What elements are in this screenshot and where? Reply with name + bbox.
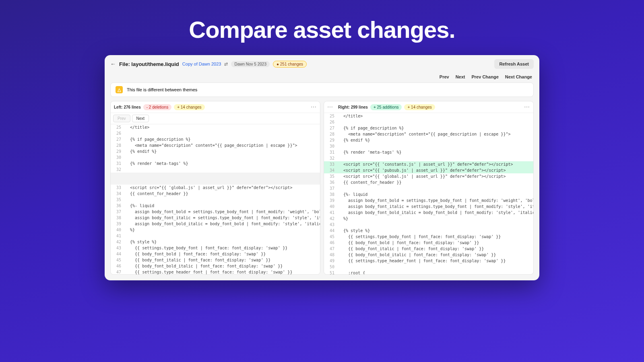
- warning-icon: △: [116, 86, 123, 93]
- code-line: [111, 179, 320, 185]
- code-line: 42 {% style %}: [111, 239, 320, 245]
- code-line: 32: [324, 155, 533, 161]
- right-code[interactable]: 25 </title>2627 {% if page_description %…: [324, 113, 533, 274]
- left-menu-icon[interactable]: ⋯: [311, 104, 317, 110]
- code-line: 25 </title>: [324, 113, 533, 119]
- code-line: 41 assign body_font_bold_italic = body_f…: [324, 210, 533, 216]
- code-line: 26: [111, 130, 320, 136]
- code-line: 31 {% render 'meta-tags' %}: [111, 160, 320, 167]
- code-line: 34 <script src="{{ 'pubsub.js' | asset_u…: [324, 167, 533, 173]
- code-line: 29 {% endif %}: [324, 137, 533, 143]
- code-line: 33 <script src="{{ 'global.js' | asset_u…: [111, 185, 320, 191]
- code-line: 37 assign body_font_bold = settings.type…: [111, 209, 320, 215]
- code-line: 27 {% if page_description %}: [324, 125, 533, 131]
- code-line: 43 {{ settings.type_body_font | font_fac…: [111, 245, 320, 251]
- hero-heading: Compare asset changes.: [0, 0, 644, 55]
- code-line: 36 {{ content_for_header }}: [324, 179, 533, 185]
- nav-next-change[interactable]: Next Change: [505, 74, 532, 79]
- code-line: 47 {{ body_font_italic | font_face: font…: [324, 246, 533, 252]
- code-line: 40 assign body_font_italic = settings.ty…: [324, 204, 533, 210]
- code-line: 38 assign body_font_italic = settings.ty…: [111, 215, 320, 221]
- code-line: 28 <meta name="description" content="{{ …: [324, 131, 533, 137]
- code-line: 50: [324, 264, 533, 270]
- code-line: 42 %}: [324, 216, 533, 222]
- right-title: Right: 299 lines: [338, 105, 368, 109]
- left-pane: Left: 276 lines - 2 deletions + 14 chang…: [110, 101, 320, 275]
- code-line: 51 :root {: [324, 270, 533, 274]
- right-pane: ⋯ Right: 299 lines + 25 additions + 14 c…: [324, 101, 534, 275]
- right-changes-badge: + 14 changes: [404, 104, 435, 110]
- code-line: 46 {{ body_font_bold_italic | font_face:…: [111, 263, 320, 269]
- code-line: 44 {{ body_font_bold | font_face: font_d…: [111, 251, 320, 257]
- diff-panes: Left: 276 lines - 2 deletions + 14 chang…: [110, 101, 534, 275]
- code-line: 30: [324, 143, 533, 149]
- refresh-asset-button[interactable]: Refresh Asset: [494, 59, 534, 69]
- code-line: 35 <script src="{{ 'global.js' | asset_u…: [324, 173, 533, 179]
- diff-alert: △ This file is different between themes: [110, 82, 534, 97]
- left-next-button[interactable]: Next: [132, 115, 149, 122]
- theme-b-pill: Dawn Nov 5 2023: [231, 61, 270, 67]
- code-line: 45 {{ settings.type_body_font | font_fac…: [324, 234, 533, 240]
- right-menu-left-icon[interactable]: ⋯: [327, 104, 333, 110]
- code-line: 34 {{ content_for_header }}: [111, 191, 320, 197]
- code-line: 33 <script src="{{ 'constants.js' | asse…: [324, 161, 533, 167]
- code-line: 49 {{ settings.type_header_font | font_f…: [324, 258, 533, 264]
- code-line: 46 {{ body_font_bold | font_face: font_d…: [324, 240, 533, 246]
- file-label: File: layout/theme.liquid: [119, 61, 179, 67]
- nav-prev-change[interactable]: Prev Change: [472, 74, 499, 79]
- left-prev-button[interactable]: Prev: [113, 115, 130, 122]
- code-line: 41: [111, 233, 320, 239]
- code-line: 36 {%- liquid: [111, 203, 320, 209]
- code-line: 39 assign body_font_bold = settings.type…: [324, 197, 533, 204]
- left-deletions-badge: - 2 deletions: [143, 104, 171, 110]
- code-line: 29 {% endif %}: [111, 148, 320, 154]
- code-line: 39 assign body_font_bold_italic = body_f…: [111, 221, 320, 227]
- code-line: 47 {{ settings.type_header_font | font_f…: [111, 269, 320, 274]
- left-code[interactable]: 25 </title>2627 {% if page_description %…: [111, 124, 320, 274]
- code-line: 28 <meta name="description" content="{{ …: [111, 142, 320, 148]
- code-line: 38 {%- liquid: [324, 191, 533, 197]
- left-title: Left: 276 lines: [114, 105, 141, 109]
- topbar: ← File: layout/theme.liquid Copy of Dawn…: [105, 55, 539, 73]
- code-line: 32: [111, 167, 320, 173]
- back-arrow-icon[interactable]: ←: [110, 61, 116, 67]
- code-line: 35: [111, 197, 320, 203]
- code-line: 31 {% render 'meta-tags' %}: [324, 149, 533, 155]
- code-line: 48 {{ body_font_bold_italic | font_face:…: [324, 252, 533, 258]
- right-menu-icon[interactable]: ⋯: [524, 104, 530, 110]
- nav-prev[interactable]: Prev: [440, 74, 449, 79]
- theme-a-link[interactable]: Copy of Dawn 2023: [182, 62, 221, 66]
- code-line: 26: [324, 119, 533, 125]
- code-line: 37: [324, 185, 533, 191]
- nav-row: Prev Next Prev Change Next Change: [105, 73, 539, 82]
- code-line: 25 </title>: [111, 124, 320, 130]
- code-line: 44 {% style %}: [324, 228, 533, 234]
- right-additions-badge: + 25 additions: [370, 104, 402, 110]
- app-window: ← File: layout/theme.liquid Copy of Dawn…: [105, 55, 539, 280]
- code-line: 27 {% if page_description %}: [111, 136, 320, 142]
- code-line: 43: [324, 222, 533, 228]
- code-line: 30: [111, 154, 320, 160]
- left-changes-badge: + 14 changes: [174, 104, 204, 110]
- nav-next[interactable]: Next: [456, 74, 465, 79]
- code-line: 45 {{ body_font_italic | font_face: font…: [111, 257, 320, 263]
- changes-badge: ● 251 changes: [273, 61, 307, 68]
- alert-text: This file is different between themes: [127, 87, 197, 92]
- code-line: [111, 173, 320, 179]
- swap-icon[interactable]: ⇄: [224, 62, 228, 67]
- code-line: 40 %}: [111, 227, 320, 233]
